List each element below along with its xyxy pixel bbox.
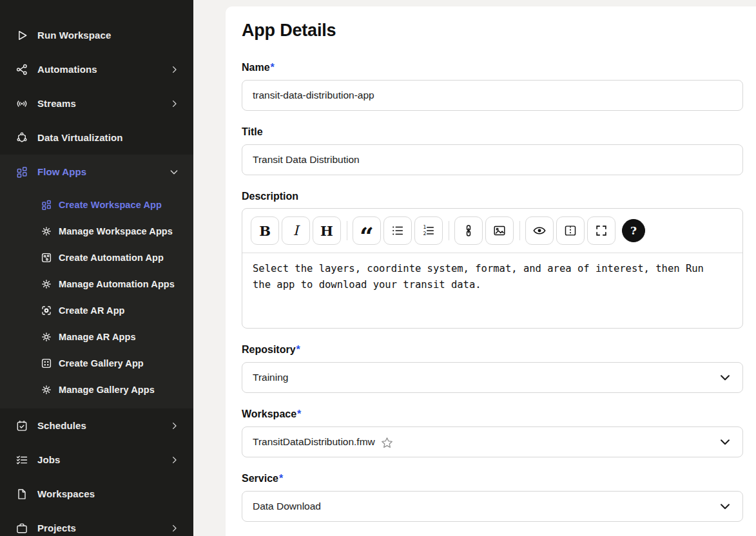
sidebar-item-create-gallery-app[interactable]: Create Gallery App (0, 350, 193, 376)
sidebar-item-label: Create AR App (59, 305, 125, 316)
sidebar-item-create-workspace-app[interactable]: Create Workspace App (0, 191, 193, 218)
title-input[interactable]: Transit Data Distribution (242, 144, 743, 175)
sidebar-item-schedules[interactable]: Schedules (0, 408, 193, 443)
repository-select-value: Training (253, 372, 288, 383)
bold-icon: B (259, 224, 271, 238)
preview-button[interactable] (525, 216, 554, 245)
fullscreen-icon (594, 224, 608, 238)
sidebar-item-flow-apps[interactable]: Flow Apps (0, 155, 193, 189)
data-virtualization-icon (15, 131, 28, 144)
sidebar-item-manage-automation-apps[interactable]: Manage Automation Apps (0, 271, 193, 297)
sidebar-item-label: Create Automation App (59, 253, 164, 263)
sidebar-item-manage-workspace-apps[interactable]: Manage Workspace Apps (0, 218, 193, 244)
chevron-right-icon (170, 523, 179, 533)
fullscreen-button[interactable] (587, 216, 615, 245)
link-button[interactable] (454, 216, 483, 245)
sidebar-item-automations[interactable]: Automations (0, 52, 193, 86)
ordered-list-icon: 12 (422, 224, 436, 238)
workspace-select[interactable]: TransitDataDistribution.fmw (242, 426, 743, 457)
workspace-select-value: TransitDataDistribution.fmw (253, 436, 375, 448)
service-label-text: Service (242, 473, 278, 484)
required-asterisk: * (297, 408, 301, 419)
workspace-app-grid-icon (41, 199, 52, 211)
sidebar-item-manage-gallery-apps[interactable]: Manage Gallery Apps (0, 376, 193, 403)
sidebar-item-run-workspace[interactable]: Run Workspace (0, 18, 193, 52)
sidebar-item-label: Create Workspace App (59, 200, 162, 210)
description-label-text: Description (242, 191, 298, 202)
repository-label-text: Repository (242, 344, 296, 355)
workspace-label-text: Workspace (242, 408, 296, 419)
quote-button[interactable]: “ (353, 216, 381, 245)
sidebar-item-create-ar-app[interactable]: Create AR App (0, 297, 193, 323)
markdown-guide-button[interactable]: ? (622, 219, 645, 242)
sidebar: Run Workspace Automations Streams Data V… (0, 0, 193, 536)
sidebar-item-label: Automations (37, 64, 97, 75)
sidebar-item-projects[interactable]: Projects (0, 511, 193, 536)
sidebar-item-streams[interactable]: Streams (0, 86, 193, 120)
toolbar-separator (347, 221, 347, 240)
star-icon[interactable] (380, 436, 394, 450)
chevron-right-icon (170, 421, 179, 430)
sidebar-item-label: Streams (37, 98, 76, 109)
sidebar-item-label: Jobs (37, 454, 60, 465)
title-input-value: Transit Data Distribution (253, 154, 360, 166)
sidebar-item-label: Flow Apps (37, 166, 86, 177)
image-icon (492, 224, 507, 238)
sidebar-item-create-automation-app[interactable]: Create Automation App (0, 244, 193, 271)
sidebar-item-jobs[interactable]: Jobs (0, 443, 193, 477)
italic-button[interactable]: I (282, 216, 310, 245)
unordered-list-button[interactable] (383, 216, 412, 245)
heading-icon: H (320, 224, 333, 238)
title-label-text: Title (242, 126, 263, 137)
gear-icon (41, 331, 52, 343)
sidebar-item-label: Projects (37, 522, 76, 533)
sidebar-item-manage-ar-apps[interactable]: Manage AR Apps (0, 323, 193, 350)
name-field-label: Name* (242, 62, 743, 73)
description-field-label: Description (242, 191, 743, 202)
eye-icon (532, 224, 547, 238)
ar-app-icon (41, 305, 52, 316)
svg-text:2: 2 (423, 231, 426, 236)
help-icon: ? (630, 224, 637, 237)
chevron-down-icon (169, 167, 179, 177)
checklist-icon (15, 454, 28, 466)
gear-icon (41, 278, 52, 290)
heading-button[interactable]: H (313, 216, 341, 245)
side-by-side-button[interactable] (556, 216, 585, 245)
chevron-right-icon (170, 99, 179, 108)
play-icon (15, 29, 28, 42)
bold-button[interactable]: B (251, 216, 279, 245)
description-editor: B I H “ 12 (242, 208, 743, 329)
columns-icon (563, 224, 577, 238)
repository-field-label: Repository* (242, 344, 743, 356)
gallery-app-icon (41, 358, 52, 369)
briefcase-icon (15, 522, 28, 535)
automation-app-icon (41, 252, 52, 263)
sidebar-item-label: Data Virtualization (37, 132, 122, 143)
required-asterisk: * (296, 344, 300, 355)
gear-icon (41, 384, 52, 396)
name-label-text: Name (242, 62, 270, 73)
chevron-right-icon (170, 455, 179, 464)
image-button[interactable] (485, 216, 514, 245)
link-icon (461, 224, 476, 238)
chevron-down-icon (718, 370, 732, 385)
description-textarea[interactable]: Select the layers, coordinte system, for… (242, 253, 742, 328)
gear-icon (41, 225, 52, 237)
sidebar-item-label: Manage Workspace Apps (59, 226, 173, 236)
chevron-down-icon (718, 435, 732, 449)
name-input[interactable]: transit-data-distribution-app (242, 80, 743, 111)
flow-apps-group: Flow Apps Create Workspace App Manage Wo… (0, 155, 193, 408)
workspace-field-label: Workspace* (242, 408, 743, 420)
service-select[interactable]: Data Download (242, 491, 743, 522)
title-field-label: Title (242, 126, 743, 138)
streams-icon (15, 97, 28, 110)
ordered-list-button[interactable]: 12 (414, 216, 443, 245)
toolbar-separator (449, 221, 449, 240)
sidebar-item-data-virtualization[interactable]: Data Virtualization (0, 120, 193, 155)
repository-select[interactable]: Training (242, 362, 743, 393)
editor-toolbar: B I H “ 12 (242, 209, 742, 253)
service-select-value: Data Download (253, 501, 321, 512)
required-asterisk: * (271, 62, 275, 73)
sidebar-item-workspaces[interactable]: Workspaces (0, 477, 193, 511)
